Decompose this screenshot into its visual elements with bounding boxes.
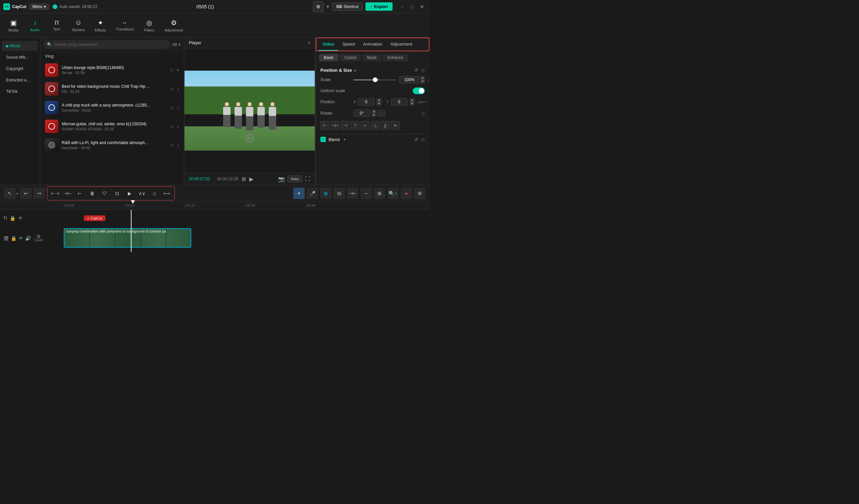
music-item-5[interactable]: R&B with Lo-Fi, light and comfortable at… [40,136,184,155]
zoom-out-btn[interactable]: 🔍− [387,188,398,199]
delete-tool-btn[interactable]: 🗑 [87,188,98,199]
play-tool-btn[interactable]: ▶ [124,188,135,199]
download-icon-3[interactable]: ↓ [177,105,179,110]
rotate-up-btn[interactable]: ▲ [372,110,376,113]
mask-tool-btn[interactable]: ◇ [149,188,160,199]
tab-video[interactable]: Video [318,38,338,51]
crop-tool-btn[interactable]: ⊢ [74,188,86,199]
sidebar-item-tiktok[interactable]: TikTok [2,86,38,96]
align-left-icon[interactable]: ⊢ [320,121,329,130]
video-lock-icon[interactable]: 🔒 [11,236,16,241]
scale-down-btn[interactable]: ▼ [420,80,425,83]
ratio-button[interactable]: Ratio [288,176,302,182]
add-icon-1[interactable]: + [177,67,179,73]
scale-up-btn[interactable]: ▲ [420,76,425,80]
play-button[interactable]: ▶ [249,176,253,182]
split-tool-btn[interactable]: ⊢⊣ [49,188,61,199]
split-audio-btn[interactable]: ⊟ [333,188,345,199]
blend-expand-icon[interactable]: ▾ [344,137,346,142]
position-diamond-icon[interactable]: ◇⟵ [418,99,427,105]
video-eye-icon[interactable]: 👁 [18,236,23,241]
distribute-h-icon[interactable]: || [381,121,390,130]
tab-adjustment[interactable]: Adjustment [387,38,417,51]
subtab-cutout[interactable]: Cutout [340,54,361,61]
rotate-down-btn[interactable]: ▼ [372,113,376,117]
download-icon-5[interactable]: ↓ [177,142,179,148]
x-down-btn[interactable]: ▼ [376,102,381,106]
mirror-tool-btn[interactable]: ∧∨ [136,188,148,199]
toolbar-transitions[interactable]: ↔ Transitions [112,18,138,33]
toolbar-stickers[interactable]: ☺ Stickers [68,17,89,34]
toolbar-effects[interactable]: ✦ Effects [90,17,110,34]
settings-btn[interactable]: ⚙ [414,188,425,199]
toolbar-adjustment[interactable]: ⚙ Adjustment [161,17,187,34]
favorite-icon-4[interactable]: ☆ [170,124,174,129]
freeze-tool-btn[interactable]: 🛡 [99,188,110,199]
subtab-enhance[interactable]: Enhance [382,54,408,61]
close-button[interactable]: ✕ [418,3,426,11]
maximize-button[interactable]: □ [408,3,416,11]
fullscreen-button[interactable]: ⛶ [305,176,311,182]
menu-button[interactable]: Menu ▾ [29,3,49,10]
music-item-2[interactable]: Best for video background music Chill Tr… [40,79,184,98]
shortcut-button[interactable]: ⌨ Shortcut [332,3,363,11]
minimize-button[interactable]: − [398,3,406,11]
video-clip[interactable]: Jumping cheerleaders with pompoms on bac… [64,228,191,248]
music-item-3[interactable]: A chill pop truck with a sexy atmosphere… [40,98,184,117]
grid-view-button[interactable]: ⊞ [242,176,246,182]
loop-tool-btn[interactable]: ⊡ [111,188,123,199]
link-clips-btn[interactable]: ⊠ [320,188,332,199]
redo-btn[interactable]: ↪ [33,188,45,199]
blend-checkbox[interactable]: ✓ [320,137,326,142]
text-lock-icon[interactable]: 🔒 [10,216,15,221]
uniform-scale-toggle[interactable] [413,88,425,94]
music-item-4[interactable]: Merrow guitar, chill out, winter, emo b(… [40,117,184,136]
trim-tool-btn[interactable]: ⊣⊢ [62,188,73,199]
reset-icon[interactable]: ↺ [415,67,419,73]
cover-btn[interactable]: 🖼 Cover [34,235,43,242]
download-icon-4[interactable]: ↓ [177,124,179,129]
music-item-1[interactable]: Urban lounge style BGM(1148490) Re-lax ·… [40,61,184,79]
x-up-btn[interactable]: ▲ [376,98,381,102]
toolbar-filters[interactable]: ◎ Filters [139,17,160,34]
screenshot-button[interactable]: 📷 [278,176,285,182]
toolbar-media[interactable]: ▣ Media [3,17,24,34]
add-track-btn[interactable]: ✦ [293,188,305,199]
align-right-icon[interactable]: ⊣ [341,121,349,130]
align-bottom-icon[interactable]: ⊥ [371,121,379,130]
y-value[interactable]: 0 [391,98,408,106]
sidebar-item-copyright[interactable]: Copyright [2,64,38,74]
zoom-in-btn[interactable]: ● [401,188,412,199]
tab-speed[interactable]: Speed [338,38,359,51]
x-value[interactable]: 0 [358,98,375,106]
view-dropdown[interactable]: ▾ [327,3,329,10]
favorite-icon-5[interactable]: ☆ [170,142,174,148]
align-top-icon[interactable]: ⊤ [351,121,359,130]
sidebar-item-extracted[interactable]: Extracted a... [2,75,38,85]
scale-diamond-icon[interactable]: ◇ [428,77,430,82]
split-at-playhead-btn[interactable]: ⊣⊢ [347,188,358,199]
text-eye-icon[interactable]: 👁 [18,216,23,221]
match-cut-btn[interactable]: ↔ [360,188,372,199]
blend-diamond-icon[interactable]: ◇ [421,137,425,142]
sidebar-item-music[interactable]: Music [2,41,38,51]
y-up-btn[interactable]: ▲ [410,98,415,102]
favorite-icon-1[interactable]: ☆ [169,67,174,73]
align-center-v-icon[interactable]: + [361,121,370,130]
distribute-v-icon[interactable]: ≡ [391,121,400,130]
toolbar-audio[interactable]: ♪ Audio [25,17,45,34]
select-tool-btn[interactable]: ↖ [4,188,15,199]
scale-value[interactable]: 100% [399,76,419,83]
mic-btn[interactable]: 🎤 [307,188,318,199]
filter-button[interactable]: All ≡ [172,42,181,47]
tab-animation[interactable]: Animation [359,38,387,51]
scale-slider[interactable] [353,79,397,80]
sidebar-item-sound[interactable]: Sound effe... [2,52,38,62]
view-switch-button[interactable]: ⊞ [313,1,324,12]
favorite-icon-2[interactable]: ☆ [170,86,174,92]
rotate-minus-btn[interactable]: - [378,110,385,116]
diamond-icon[interactable]: ◇ [421,67,425,73]
transform-tool-btn[interactable]: ⟷ [161,188,172,199]
select-dropdown-btn[interactable]: ▾ [16,192,18,195]
blend-reset-icon[interactable]: ↺ [415,137,419,142]
